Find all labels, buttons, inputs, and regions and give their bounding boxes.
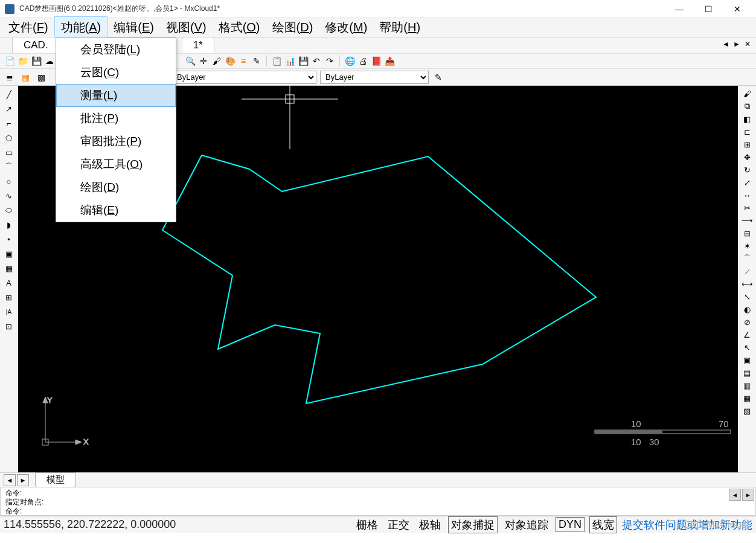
menu-edit[interactable]: 编辑(E) [107, 17, 160, 38]
tab-cad[interactable]: CAD. [12, 37, 60, 53]
polyline-icon[interactable]: ⌐ [3, 117, 15, 129]
r-tool-d-icon[interactable]: ▦ [741, 393, 753, 403]
palette-icon[interactable]: 🎨 [224, 55, 236, 67]
r-tool-b-icon[interactable]: ▤ [741, 367, 753, 378]
command-panel[interactable]: 命令: 指定对角点: 命令: ◄ ► [0, 487, 756, 516]
globe-icon[interactable]: 🌐 [344, 55, 356, 67]
save-icon[interactable]: 💾 [30, 55, 42, 67]
status-grid[interactable]: 栅格 [354, 517, 380, 533]
model-prev-button[interactable]: ◄ [4, 474, 16, 486]
tab-prev-icon[interactable]: ◄ [721, 39, 731, 49]
table-icon[interactable]: ⊞ [3, 291, 15, 303]
status-polar[interactable]: 极轴 [417, 517, 443, 533]
dropdown-advanced-tools[interactable]: 高级工具(O) [56, 153, 176, 176]
mtext-icon[interactable]: |A [3, 306, 15, 318]
rectangle-icon[interactable]: ▭ [3, 146, 15, 158]
maximize-button[interactable]: ☐ [694, 1, 722, 18]
spline-icon[interactable]: ∿ [3, 190, 15, 202]
dropdown-measure[interactable]: 测量(L) [56, 84, 176, 107]
tool-a-icon[interactable]: 📋 [271, 55, 283, 67]
dim-aligned-icon[interactable]: ⤡ [741, 291, 753, 302]
linetype-select[interactable]: ByLayer [171, 71, 316, 84]
dropdown-draw[interactable]: 绘图(D) [56, 176, 176, 199]
point-icon[interactable]: • [3, 233, 15, 245]
undo-icon[interactable]: ↶ [310, 55, 322, 67]
block-icon[interactable]: ▣ [3, 248, 15, 260]
measure-brush-icon[interactable]: 🖌 [741, 88, 753, 99]
layers-icon[interactable]: ≡ [237, 55, 249, 67]
explode-icon[interactable]: ✶ [741, 240, 753, 251]
hatch-icon[interactable]: ▦ [3, 262, 15, 274]
dropdown-edit[interactable]: 编辑(E) [56, 199, 176, 222]
line-icon[interactable]: ╱ [3, 88, 15, 100]
r-tool-a-icon[interactable]: ▣ [741, 355, 753, 365]
polygon-icon[interactable]: ⬠ [3, 132, 15, 144]
dim-radius-icon[interactable]: ◐ [741, 304, 753, 315]
eraser-icon[interactable]: ✎ [251, 55, 263, 67]
minimize-button[interactable]: — [665, 1, 693, 18]
tool-c-icon[interactable]: 💾 [297, 55, 309, 67]
stretch-icon[interactable]: ↔ [741, 190, 753, 201]
close-button[interactable]: ✕ [723, 1, 751, 18]
menu-help[interactable]: 帮助(H) [373, 17, 426, 38]
dropdown-review-annotate[interactable]: 审图批注(P) [56, 130, 176, 153]
export-icon[interactable]: 📤 [383, 55, 396, 67]
arc-icon[interactable]: ⌒ [3, 161, 15, 173]
chamfer-icon[interactable]: ⟋ [741, 266, 753, 277]
r-tool-e-icon[interactable]: ▧ [741, 405, 753, 416]
pan-icon[interactable]: ✛ [197, 55, 210, 67]
tab-doc1[interactable]: 1* [182, 37, 214, 53]
dim-angular-icon[interactable]: ∠ [741, 329, 753, 340]
menu-function[interactable]: 功能(A) [54, 16, 108, 39]
layer-mgr-icon[interactable]: ≣ [4, 71, 16, 83]
extend-icon[interactable]: ⟶ [741, 215, 753, 226]
print-icon[interactable]: 🖨 [357, 55, 369, 67]
mirror-icon[interactable]: ◧ [741, 114, 753, 124]
layer-state-icon[interactable]: ▦ [19, 71, 31, 83]
fillet-icon[interactable]: ⌒ [741, 253, 753, 264]
text-icon[interactable]: A [3, 277, 15, 289]
scale-icon[interactable]: ⤢ [741, 177, 753, 188]
tab-next-icon[interactable]: ► [732, 39, 742, 49]
copy-icon[interactable]: ⧉ [741, 101, 753, 112]
cloud-icon[interactable]: ☁ [43, 55, 56, 67]
ellipse-icon[interactable]: ⬭ [3, 204, 15, 216]
new-icon[interactable]: 📄 [4, 55, 16, 67]
status-osnap[interactable]: 对象捕捉 [448, 516, 498, 533]
layer-color-icon[interactable]: ▩ [35, 71, 47, 83]
dropdown-login[interactable]: 会员登陆(L) [56, 38, 176, 61]
zoom-icon[interactable]: 🔍 [184, 55, 196, 67]
tool-b-icon[interactable]: 📊 [284, 55, 296, 67]
dim-diameter-icon[interactable]: ⊘ [741, 316, 753, 327]
dropdown-cloud[interactable]: 云图(C) [56, 61, 176, 84]
ellipse-arc-icon[interactable]: ◗ [3, 219, 15, 231]
model-tab[interactable]: 模型 [35, 472, 76, 487]
status-dyn[interactable]: DYN [556, 517, 585, 532]
cmd-scroll-left[interactable]: ◄ [729, 489, 741, 501]
menu-format[interactable]: 格式(O) [213, 17, 266, 38]
leader-icon[interactable]: ↖ [741, 342, 753, 353]
pdf-icon[interactable]: 📕 [370, 55, 382, 67]
redo-icon[interactable]: ↷ [324, 55, 336, 67]
r-tool-c-icon[interactable]: ▥ [741, 380, 753, 391]
lineweight-select[interactable]: ByLayer [320, 71, 429, 84]
trim-icon[interactable]: ✂ [741, 202, 753, 213]
brush-icon[interactable]: 🖌 [211, 55, 223, 67]
menu-file[interactable]: 文件(F) [2, 17, 54, 38]
break-icon[interactable]: ⊟ [741, 228, 753, 239]
open-icon[interactable]: 📁 [17, 55, 29, 67]
dropdown-annotate[interactable]: 批注(P) [56, 107, 176, 130]
tab-close-icon[interactable]: ✕ [743, 39, 752, 49]
status-lineweight[interactable]: 线宽 [589, 516, 617, 533]
ray-icon[interactable]: ↗ [3, 103, 15, 115]
dim-linear-icon[interactable]: ⟷ [741, 278, 753, 289]
paint-icon[interactable]: ✎ [432, 71, 444, 83]
menu-modify[interactable]: 修改(M) [319, 17, 373, 38]
move-icon[interactable]: ✥ [741, 152, 753, 162]
cmd-scroll-right[interactable]: ► [742, 489, 754, 501]
offset-icon[interactable]: ⊏ [741, 126, 753, 137]
array-icon[interactable]: ⊞ [741, 139, 753, 150]
circle-icon[interactable]: ○ [3, 175, 15, 187]
model-next-button[interactable]: ► [17, 474, 29, 486]
status-otrack[interactable]: 对象追踪 [502, 517, 551, 533]
